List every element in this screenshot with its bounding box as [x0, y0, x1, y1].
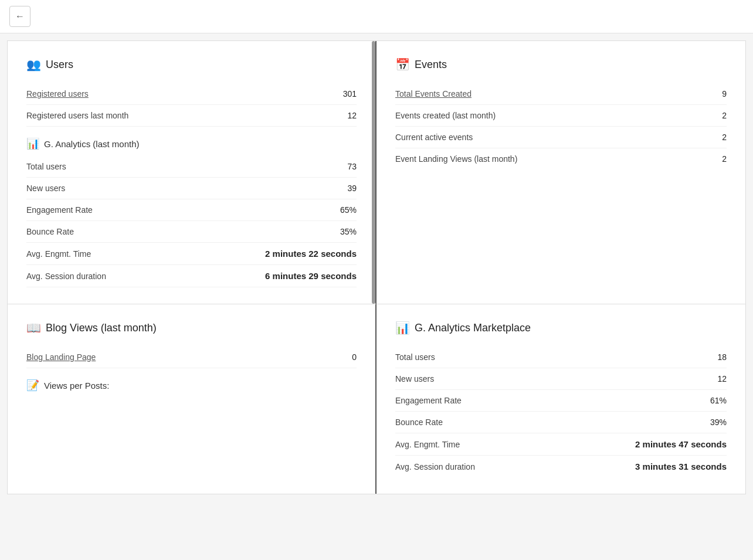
users-card: 👥 Users Registered users 301 Registered … [8, 41, 376, 304]
top-bar: ← [0, 0, 753, 33]
events-card: 📅 Events Total Events Created 9 Events c… [376, 41, 745, 304]
stat-row: Bounce Rate 39% [395, 412, 727, 433]
mp-bounce-rate-label: Bounce Rate [395, 418, 443, 427]
avg-session-duration-label: Avg. Session duration [26, 271, 106, 281]
views-per-posts-header: 📝 Views per Posts: [26, 379, 357, 392]
current-active-events-label: Current active events [395, 133, 473, 142]
stat-row: Event Landing Views (last month) 2 [395, 148, 727, 169]
registered-users-value: 301 [343, 89, 357, 99]
stat-row: Engagement Rate 65% [26, 199, 357, 221]
stat-row: Registered users last month 12 [26, 105, 357, 127]
engagement-rate-label: Engagement Rate [26, 205, 93, 215]
blog-landing-page-link[interactable]: Blog Landing Page [26, 352, 96, 362]
total-events-link[interactable]: Total Events Created [395, 89, 472, 99]
avg-engmt-time-label: Avg. Engmt. Time [26, 249, 91, 259]
mp-engagement-rate-value: 61% [710, 396, 727, 405]
mp-avg-engmt-time-value: 2 minutes 47 seconds [635, 439, 727, 449]
stat-row: Engagement Rate 61% [395, 390, 727, 412]
new-users-label: New users [26, 184, 65, 193]
stat-row: Blog Landing Page 0 [26, 347, 357, 368]
stat-row: Avg. Engmt. Time 2 minutes 47 seconds [395, 433, 727, 456]
bounce-rate-label: Bounce Rate [26, 227, 74, 236]
stat-row: Total Events Created 9 [395, 83, 727, 105]
avg-engmt-time-value: 2 minutes 22 seconds [265, 249, 357, 259]
stat-row: Avg. Session duration 3 minutes 31 secon… [395, 456, 727, 477]
mp-avg-session-duration-label: Avg. Session duration [395, 462, 475, 471]
users-title-label: Users [46, 59, 73, 71]
stat-row: Total users 18 [395, 347, 727, 368]
mp-total-users-label: Total users [395, 352, 435, 362]
marketplace-title-label: G. Analytics Marketplace [415, 322, 531, 334]
mp-new-users-label: New users [395, 374, 434, 383]
stat-row: Total users 73 [26, 156, 357, 178]
back-button[interactable]: ← [9, 6, 30, 27]
events-last-month-label: Events created (last month) [395, 111, 496, 120]
mp-new-users-value: 12 [717, 374, 727, 383]
stat-row: Avg. Session duration 6 minutes 29 secon… [26, 265, 357, 287]
event-landing-views-value: 2 [722, 154, 727, 164]
stat-row: Current active events 2 [395, 127, 727, 148]
events-card-title: 📅 Events [395, 57, 727, 72]
stat-row: Events created (last month) 2 [395, 105, 727, 127]
current-active-events-value: 2 [722, 133, 727, 142]
events-icon: 📅 [395, 57, 410, 72]
stat-row: Avg. Engmt. Time 2 minutes 22 seconds [26, 243, 357, 265]
event-landing-views-label: Event Landing Views (last month) [395, 154, 517, 164]
dashboard-grid: 👥 Users Registered users 301 Registered … [7, 40, 746, 494]
scrollbar[interactable] [372, 41, 375, 304]
mp-total-users-value: 18 [717, 352, 727, 362]
total-events-value: 9 [722, 89, 727, 99]
new-users-value: 39 [347, 184, 357, 193]
views-per-posts-label: Views per Posts: [44, 381, 109, 391]
mp-engagement-rate-label: Engagement Rate [395, 396, 462, 405]
stat-row: Bounce Rate 35% [26, 221, 357, 243]
bounce-rate-value: 35% [340, 227, 357, 236]
mp-avg-session-duration-value: 3 minutes 31 seconds [635, 461, 727, 471]
stat-row: New users 12 [395, 368, 727, 390]
registered-users-link[interactable]: Registered users [26, 89, 89, 99]
engagement-rate-value: 65% [340, 205, 357, 215]
blog-landing-page-value: 0 [352, 352, 357, 362]
blog-title-label: Blog Views (last month) [46, 322, 157, 334]
avg-session-duration-value: 6 minutes 29 seconds [265, 271, 357, 281]
users-icon: 👥 [26, 57, 41, 72]
registered-users-last-month-value: 12 [347, 111, 357, 120]
events-last-month-value: 2 [722, 111, 727, 120]
mp-bounce-rate-value: 39% [710, 418, 727, 427]
events-title-label: Events [415, 59, 447, 71]
total-users-value: 73 [347, 162, 357, 171]
registered-users-last-month-label: Registered users last month [26, 111, 128, 120]
blog-icon: 📖 [26, 321, 41, 335]
analytics-section-label: G. Analytics (last month) [44, 139, 140, 149]
total-users-label: Total users [26, 162, 66, 171]
views-icon: 📝 [26, 379, 39, 392]
users-card-title: 👥 Users [26, 57, 357, 72]
analytics-section-header: 📊 G. Analytics (last month) [26, 137, 357, 150]
marketplace-card: 📊 G. Analytics Marketplace Total users 1… [376, 304, 745, 494]
marketplace-card-title: 📊 G. Analytics Marketplace [395, 321, 727, 335]
stat-row: New users 39 [26, 178, 357, 199]
blog-card-title: 📖 Blog Views (last month) [26, 321, 357, 335]
mp-avg-engmt-time-label: Avg. Engmt. Time [395, 440, 460, 449]
analytics-icon: 📊 [26, 137, 39, 150]
blog-card: 📖 Blog Views (last month) Blog Landing P… [8, 304, 376, 494]
stat-row: Registered users 301 [26, 83, 357, 105]
marketplace-icon: 📊 [395, 321, 410, 335]
